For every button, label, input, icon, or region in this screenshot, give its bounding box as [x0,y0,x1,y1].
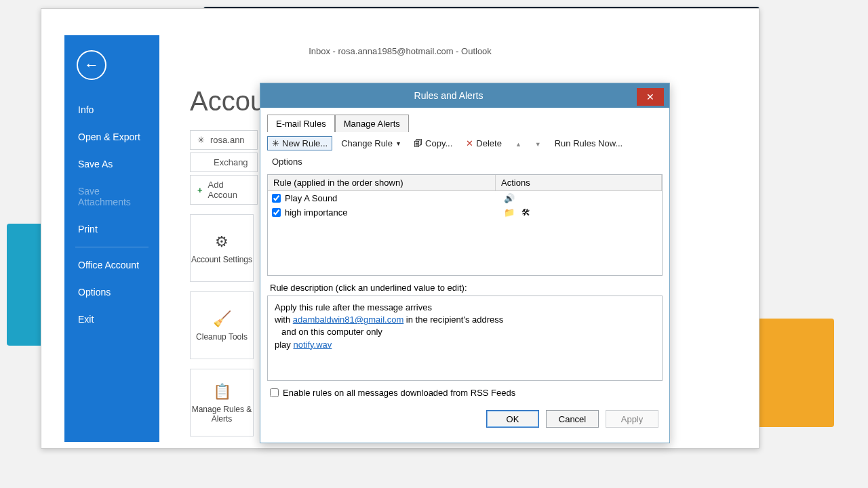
folder-icon [504,207,515,218]
card-label: Account Settings [191,255,252,264]
tab-manage-alerts[interactable]: Manage Alerts [335,115,409,132]
account-type-text: Exchang [214,157,248,167]
sidebar-item-options[interactable]: Options [64,279,159,306]
desc-recipient-link[interactable]: adambaldwin81@gmail.com [293,314,404,325]
rules-list-header: Rule (applied in the order shown) Action… [268,175,662,191]
new-rule-button[interactable]: New Rule... [267,136,332,150]
desc-line-4: play notify.wav [275,339,655,351]
rule-description-box: Apply this rule after the message arrive… [267,296,663,381]
add-account-row[interactable]: Add Accoun [190,175,258,205]
cleanup-tools-card[interactable]: 🧹 Cleanup Tools [190,291,254,359]
rules-list-body: Play A Sound high importance [268,191,662,275]
copy-icon [414,138,422,148]
back-button[interactable] [77,50,106,80]
cancel-button[interactable]: Cancel [546,410,599,428]
rss-rules-row: Enable rules on all messages downloaded … [260,381,669,405]
desc-l2-suffix: in the recipient's address [403,314,503,325]
account-icon [197,135,205,145]
new-rule-label: New Rule... [282,138,328,148]
filter-icon [521,207,530,218]
star-icon [272,138,279,148]
rule-checkbox[interactable] [272,194,281,203]
rule-row[interactable]: high importance [268,205,662,220]
copy-rule-button[interactable]: Copy... [409,136,457,150]
move-down-button[interactable] [530,136,546,150]
dialog-title-text: Rules and Alerts [260,90,637,101]
add-account-text: Add Accoun [208,180,250,200]
move-up-button[interactable] [511,136,526,150]
sidebar-item-open-export[interactable]: Open & Export [64,123,159,150]
change-rule-button[interactable]: Change Rule [336,136,405,150]
rule-column-header[interactable]: Rule (applied in the order shown) [268,175,496,190]
plus-icon [197,185,203,195]
actions-column-header[interactable]: Actions [496,175,662,190]
sidebar-item-print[interactable]: Print [64,216,159,243]
rss-label: Enable rules on all messages downloaded … [283,388,515,398]
options-button[interactable]: Options [267,155,307,169]
dialog-titlebar[interactable]: Rules and Alerts ✕ [260,83,669,108]
sidebar-divider [75,247,149,247]
down-icon [535,138,541,148]
rules-toolbar: New Rule... Change Rule Copy... Delete R… [260,132,669,173]
sound-icon [504,193,515,203]
desc-l4-prefix: play [275,340,293,350]
account-settings-card[interactable]: Account Settings [190,214,254,282]
rule-row[interactable]: Play A Sound [268,191,662,205]
tab-email-rules[interactable]: E-mail Rules [267,115,335,132]
sidebar-item-office-account[interactable]: Office Account [64,251,159,279]
desc-sound-file-link[interactable]: notify.wav [293,340,332,350]
desc-line-1: Apply this rule after the message arrive… [275,302,655,314]
account-cards-column: rosa.ann Exchang Add Accoun Account Sett… [190,130,258,436]
rule-checkbox[interactable] [272,208,281,217]
dialog-button-row: OK Cancel Apply [260,405,669,436]
desc-line-2: with adambaldwin81@gmail.com in the reci… [275,314,655,326]
card-label: Manage Rules & Alerts [191,405,253,424]
delete-rule-button[interactable]: Delete [461,136,507,150]
delete-icon [466,138,473,148]
dialog-tabs: E-mail Rules Manage Alerts [260,108,669,132]
rule-name: high importance [285,207,500,218]
account-name-row[interactable]: rosa.ann [190,130,258,150]
up-icon [515,138,521,148]
sidebar-item-info[interactable]: Info [64,96,159,123]
cleanup-icon: 🧹 [212,309,232,329]
ok-button[interactable]: OK [486,410,539,428]
run-rules-now-button[interactable]: Run Rules Now... [550,136,627,150]
rules-icon: 📋 [212,382,232,402]
backstage-sidebar: Info Open & Export Save As Save Attachme… [64,35,159,442]
rules-and-alerts-dialog: Rules and Alerts ✕ E-mail Rules Manage A… [260,83,670,443]
copy-label: Copy... [425,138,452,148]
sidebar-item-save-as[interactable]: Save As [64,150,159,178]
arrow-left-icon [84,56,99,74]
card-label: Cleanup Tools [196,332,248,342]
close-icon: ✕ [637,92,664,102]
apply-button: Apply [606,410,658,428]
delete-label: Delete [476,138,502,148]
account-type-row: Exchang [190,152,258,172]
rss-checkbox[interactable] [270,388,279,397]
rule-description-label: Rule description (click an underlined va… [260,277,669,296]
page-title: Accou [190,86,265,117]
sidebar-item-save-attachments: Save Attachments [64,178,159,216]
gear-icon [212,232,232,252]
manage-rules-card[interactable]: 📋 Manage Rules & Alerts [190,369,254,436]
account-name-text: rosa.ann [210,135,245,145]
bg-orange-block [753,319,834,427]
desc-l2-prefix: with [275,314,293,325]
sidebar-item-exit[interactable]: Exit [64,306,159,333]
rule-name: Play A Sound [285,193,500,203]
desc-line-3: and on this computer only [275,326,655,338]
close-button[interactable]: ✕ [637,88,664,106]
rules-list: Rule (applied in the order shown) Action… [267,174,663,276]
